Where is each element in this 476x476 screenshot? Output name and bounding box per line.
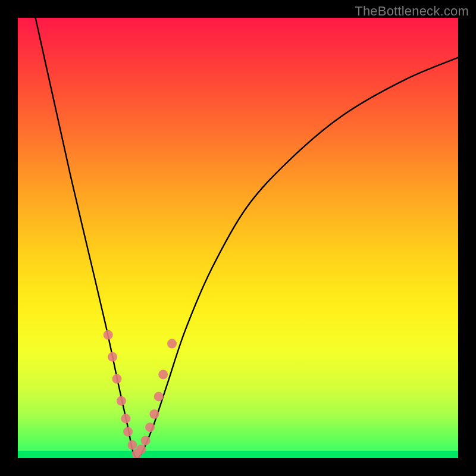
sample-marker — [158, 369, 168, 379]
bottleneck-curve — [36, 18, 458, 458]
sample-marker — [121, 414, 130, 423]
sample-marker — [123, 427, 133, 437]
sample-marker — [154, 392, 164, 401]
bottleneck-curve-path — [36, 18, 458, 458]
watermark-text: TheBottleneck.com — [355, 4, 469, 19]
sample-marker — [112, 374, 122, 384]
chart-svg — [18, 18, 458, 458]
sample-marker — [127, 440, 137, 450]
sample-marker — [117, 396, 126, 406]
sample-marker — [141, 436, 151, 445]
sample-marker — [167, 339, 177, 349]
chart-plot-area — [18, 18, 458, 458]
sample-marker — [108, 352, 117, 362]
sample-marker — [145, 422, 155, 432]
sample-marker — [149, 409, 159, 419]
sample-marker — [104, 330, 113, 340]
sample-marker — [136, 444, 146, 454]
chart-frame: TheBottleneck.com — [0, 0, 476, 476]
sample-markers-group — [104, 330, 177, 458]
